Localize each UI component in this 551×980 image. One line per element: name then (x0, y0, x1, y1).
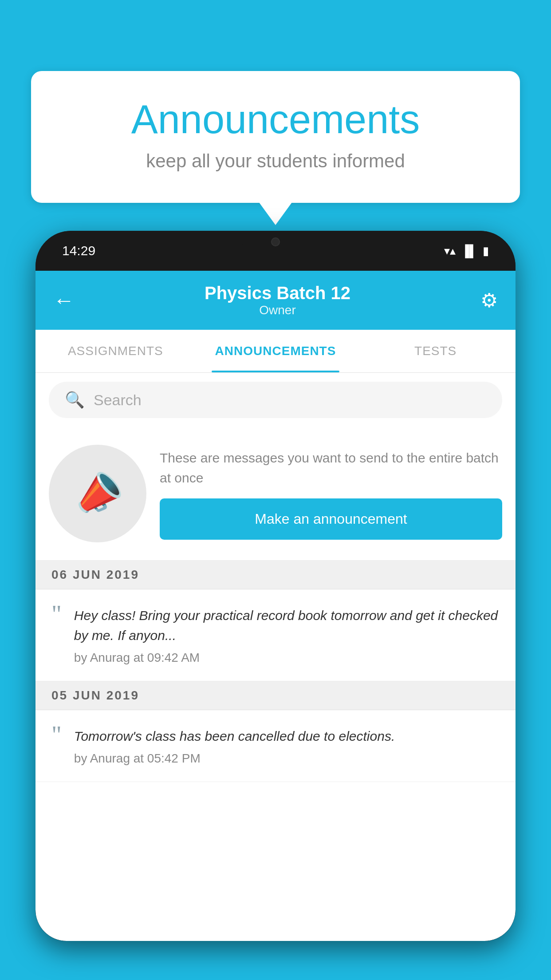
date-separator-2: 05 JUN 2019 (35, 681, 516, 710)
tab-announcements[interactable]: ANNOUNCEMENTS (196, 330, 356, 372)
megaphone-icon: 📣 (66, 463, 129, 524)
announcement-author-1: by Anurag at 09:42 AM (74, 651, 500, 665)
phone-notch (240, 231, 311, 253)
announcement-content-1: Hey class! Bring your practical record b… (74, 605, 500, 665)
settings-icon[interactable]: ⚙ (480, 289, 498, 312)
speech-bubble-container: Announcements keep all your students inf… (31, 71, 520, 203)
promo-right: These are messages you want to send to t… (160, 448, 502, 540)
announcement-content-2: Tomorrow's class has been cancelled due … (74, 726, 500, 766)
status-time: 14:29 (62, 243, 95, 258)
phone-outer: 14:29 ▾▴ ▐▌ ▮ ← Physics Batch 12 Owner ⚙ (35, 231, 516, 941)
announcement-author-2: by Anurag at 05:42 PM (74, 751, 500, 766)
quote-icon-1: " (51, 602, 62, 627)
status-icons: ▾▴ ▐▌ ▮ (444, 244, 489, 258)
app-header: ← Physics Batch 12 Owner ⚙ (35, 271, 516, 330)
make-announcement-button[interactable]: Make an announcement (160, 498, 502, 540)
tab-assignments[interactable]: ASSIGNMENTS (35, 330, 196, 372)
promo-icon-circle: 📣 (49, 445, 146, 542)
bubble-title: Announcements (67, 98, 484, 142)
signal-icon: ▐▌ (461, 244, 477, 258)
promo-section: 📣 These are messages you want to send to… (35, 427, 516, 561)
search-bar[interactable]: 🔍 Search (49, 382, 502, 418)
bubble-subtitle: keep all your students informed (67, 150, 484, 172)
phone-screen: ← Physics Batch 12 Owner ⚙ ASSIGNMENTS A… (35, 271, 516, 941)
owner-label: Owner (205, 303, 350, 317)
promo-description: These are messages you want to send to t… (160, 448, 502, 488)
wifi-icon: ▾▴ (444, 244, 456, 258)
date-separator-1: 06 JUN 2019 (35, 561, 516, 589)
search-container: 🔍 Search (35, 373, 516, 427)
battery-icon: ▮ (483, 244, 489, 258)
announcement-text-1: Hey class! Bring your practical record b… (74, 605, 500, 645)
search-icon: 🔍 (65, 391, 85, 409)
phone-wrapper: 14:29 ▾▴ ▐▌ ▮ ← Physics Batch 12 Owner ⚙ (35, 231, 516, 980)
batch-title: Physics Batch 12 (205, 283, 350, 303)
tab-tests[interactable]: TESTS (355, 330, 516, 372)
tabs-row: ASSIGNMENTS ANNOUNCEMENTS TESTS (35, 330, 516, 373)
search-placeholder: Search (94, 391, 142, 409)
announcement-item-1: " Hey class! Bring your practical record… (35, 589, 516, 681)
announcement-item-2: " Tomorrow's class has been cancelled du… (35, 710, 516, 782)
announcement-text-2: Tomorrow's class has been cancelled due … (74, 726, 500, 746)
quote-icon-2: " (51, 723, 62, 747)
speech-bubble: Announcements keep all your students inf… (31, 71, 520, 203)
back-button[interactable]: ← (53, 288, 75, 312)
header-center: Physics Batch 12 Owner (205, 283, 350, 317)
camera (271, 237, 280, 246)
status-bar: 14:29 ▾▴ ▐▌ ▮ (35, 231, 516, 271)
